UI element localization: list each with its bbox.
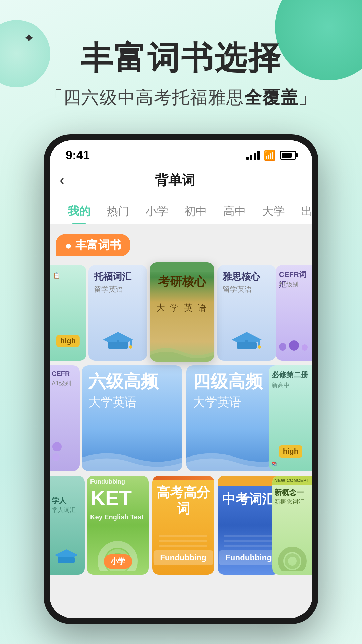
grad-cap-ielts xyxy=(230,330,263,354)
nav-title: 背单词 xyxy=(71,171,279,190)
wifi-icon: 📶 xyxy=(264,150,276,161)
cet6-title: 六级高频 xyxy=(88,372,158,391)
tab-high[interactable]: 高中 xyxy=(215,198,254,224)
ket-eng: Key English Test xyxy=(90,513,144,521)
signal-icon xyxy=(246,151,260,160)
book-row-3: 学人 学人词汇 Fundubbing KET Ke xyxy=(50,476,312,575)
gaokao-brand: Fundubbing xyxy=(153,550,213,565)
subtitle-suffix: 」 xyxy=(299,88,317,107)
ket-brand: Fundubbing xyxy=(90,478,125,485)
partial-bixiu-right[interactable]: 必修第二册 新高中 high 📚 xyxy=(269,365,312,471)
partial-xueren-left[interactable]: 学人 学人词汇 xyxy=(50,476,85,575)
status-time: 9:41 xyxy=(66,148,90,162)
phone-screen: 9:41 📶 xyxy=(50,140,312,618)
zhongkao-lines xyxy=(218,531,280,551)
cefr-left2-balls xyxy=(52,442,62,461)
ielts-sub: 留学英语 xyxy=(223,284,273,294)
ielts-title: 雅思核心 xyxy=(223,270,273,283)
main-title: 丰富词书选择 xyxy=(27,40,335,76)
book-card-kaoyan[interactable]: 考研核心 大 学 英 语 xyxy=(150,262,214,362)
cet6-sub: 大学英语 xyxy=(88,394,137,411)
partial-cefr-left2[interactable]: CEFR A1级别 xyxy=(50,365,80,471)
svg-rect-2 xyxy=(117,340,119,346)
book-card-ielts[interactable]: 雅思核心 留学英语 xyxy=(217,265,276,361)
tab-abroad[interactable]: 出国 xyxy=(293,198,312,224)
cefr-left2-sub: A1级别 xyxy=(52,379,71,387)
cefr-balls xyxy=(279,340,308,351)
xueren-title: 学人 xyxy=(52,496,66,506)
signal-bar-1 xyxy=(246,157,249,160)
grad-cap-toefl xyxy=(101,330,135,354)
book-card-ket[interactable]: Fundubbing KET Key English Test 小学 xyxy=(87,476,149,575)
signal-bar-3 xyxy=(254,153,256,160)
zhongkao-brand: Fundubbing xyxy=(219,550,279,565)
header-section: ✦ 丰富词书选择 「四六级中高考托福雅思全覆盖」 xyxy=(0,0,362,123)
svg-point-21 xyxy=(286,555,298,567)
zhongkao-title: 中考词汇 xyxy=(218,491,280,507)
svg-point-9 xyxy=(258,345,261,349)
back-button[interactable]: ‹ xyxy=(60,173,64,188)
partial-card-high-left[interactable]: 📋 high xyxy=(50,265,86,361)
partial-high-icon: 📋 xyxy=(53,272,60,279)
cet4-sub: 大学英语 xyxy=(193,394,241,411)
book-card-gaokao[interactable]: 高考高分词 Fundubbing xyxy=(152,476,214,575)
badge-dot: ● xyxy=(65,239,72,252)
bixiu-sub: 新高中 xyxy=(272,381,290,389)
ket-title: KET xyxy=(90,488,132,508)
tab-primary[interactable]: 小学 xyxy=(137,198,176,224)
status-icons: 📶 xyxy=(246,150,296,161)
cet6-waves xyxy=(82,441,182,471)
cefr-left2-title: CEFR xyxy=(52,370,70,378)
tab-middle[interactable]: 初中 xyxy=(176,198,215,224)
xingai-sub: 新概念词汇 xyxy=(274,498,304,506)
book-row-1: 📋 high 托福词汇 留学英语 xyxy=(50,265,312,361)
xueren-sub: 学人词汇 xyxy=(52,506,76,514)
bixiu-icon: 📚 xyxy=(272,461,277,466)
book-card-zhongkao[interactable]: 中考词汇 Fundubbing xyxy=(218,476,280,575)
svg-point-4 xyxy=(129,345,132,349)
xueren-cap xyxy=(53,548,80,568)
tab-hot[interactable]: 热门 xyxy=(99,198,137,224)
partial-card-cefr-right[interactable]: CEFR词汇 A1级别 xyxy=(276,265,312,361)
toefl-sub: 留学英语 xyxy=(94,284,144,294)
gaokao-lines xyxy=(152,531,214,551)
partial-xingai-right[interactable]: NEW CONCEPT 新概念一 新概念词汇 xyxy=(272,476,312,575)
book-card-toefl[interactable]: 托福词汇 留学英语 xyxy=(88,265,147,361)
tab-college[interactable]: 大学 xyxy=(254,198,293,224)
scroll-content: ● 丰富词书 📋 high xyxy=(50,225,312,618)
book-card-cet6[interactable]: 六级高频 大学英语 xyxy=(82,365,182,471)
status-bar: 9:41 📶 xyxy=(50,140,312,166)
book-row-2: CEFR A1级别 六级高频 大学英语 xyxy=(50,365,312,471)
phone-mockup: 9:41 📶 xyxy=(44,134,318,624)
gaokao-stripe xyxy=(152,476,214,480)
toefl-info: 托福词汇 留学英语 xyxy=(94,270,144,294)
toefl-title: 托福词汇 xyxy=(94,270,144,283)
battery-fill xyxy=(282,153,292,158)
badge-text: 丰富词书 xyxy=(75,237,121,253)
ielts-info: 雅思核心 留学英语 xyxy=(223,270,273,294)
kaoyan-title: 考研核心 xyxy=(150,274,214,289)
svg-rect-11 xyxy=(58,557,75,563)
xingai-brand: NEW CONCEPT xyxy=(274,478,309,483)
bixiu-title: 必修第二册 xyxy=(272,370,308,380)
xingai-title: 新概念一 xyxy=(274,488,304,498)
gaokao-title: 高考高分词 xyxy=(152,484,214,517)
xingai-circles xyxy=(272,544,312,571)
high-badge-right2: high xyxy=(279,445,302,458)
sparkle-icon: ✦ xyxy=(23,30,35,46)
subtitle-highlight: 全覆盖 xyxy=(244,88,299,107)
phone-frame: 9:41 📶 xyxy=(44,134,318,624)
tab-mine[interactable]: 我的 xyxy=(60,198,99,224)
signal-bar-2 xyxy=(250,155,252,160)
zhongkao-stripe xyxy=(218,476,280,486)
subtitle: 「四六级中高考托福雅思全覆盖」 xyxy=(27,86,335,109)
tab-bar: 我的 热门 小学 初中 高中 大学 出国 其 xyxy=(50,195,312,225)
kaoyan-waves xyxy=(150,338,214,362)
high-badge-left: high xyxy=(56,335,80,347)
cet4-title: 四级高频 xyxy=(193,372,263,391)
cefr-right-sub: A1级别 xyxy=(279,280,298,288)
signal-bar-4 xyxy=(257,151,260,160)
ket-badge: 小学 xyxy=(104,554,132,569)
svg-rect-7 xyxy=(245,340,248,346)
kaoyan-sub: 大 学 英 语 xyxy=(150,302,214,314)
